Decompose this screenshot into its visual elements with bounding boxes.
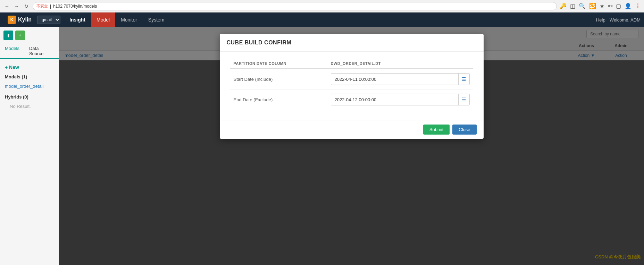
modal-body: PARTITION DATE COLUMN DWD_ORDER_DETAIL.D… bbox=[220, 52, 484, 120]
star-icon[interactable]: ★ bbox=[600, 3, 604, 9]
zoom-icon[interactable]: 🔍 bbox=[579, 3, 586, 9]
logo-icon: K bbox=[8, 16, 16, 24]
sidebar: ▮ + Models Data Source + New Models (1) … bbox=[0, 27, 59, 265]
form-table: PARTITION DATE COLUMN DWD_ORDER_DETAIL.D… bbox=[230, 59, 473, 110]
back-button[interactable]: ← bbox=[3, 3, 10, 10]
tab-datasource[interactable]: Data Source bbox=[24, 44, 59, 58]
kylin-logo: K Kylin bbox=[3, 16, 36, 24]
translate-icon[interactable]: ◫ bbox=[570, 3, 575, 9]
menu-dots-icon[interactable]: ⋮ bbox=[635, 3, 641, 9]
security-warning: 不安全 bbox=[36, 3, 48, 9]
nav-menu: Insight Model Monitor System bbox=[64, 12, 170, 27]
sidebar-tabs: Models Data Source bbox=[0, 44, 59, 59]
browser-bar: ← → ↻ 不安全 | h102:7070/kylin/models 🔑 ◫ 🔍… bbox=[0, 0, 644, 12]
add-icon-btn[interactable]: + bbox=[15, 31, 25, 40]
partition-col-value-header: DWD_ORDER_DETAIL.DT bbox=[327, 59, 473, 69]
end-date-label: End Date (Exclude) bbox=[230, 89, 327, 110]
start-date-input[interactable] bbox=[331, 75, 458, 84]
key-icon[interactable]: 🔑 bbox=[560, 3, 567, 9]
end-date-cell: ☰ bbox=[327, 89, 473, 110]
nav-model[interactable]: Model bbox=[91, 12, 115, 27]
modal-overlay: CUBE BUILD CONFIRM PARTITION DATE COLUMN… bbox=[59, 27, 644, 265]
new-button[interactable]: + New bbox=[0, 62, 59, 72]
welcome-text: Welcome, ADM bbox=[610, 17, 641, 23]
start-date-row: Start Date (Include) ☰ bbox=[230, 69, 473, 89]
nav-monitor[interactable]: Monitor bbox=[115, 12, 143, 27]
tab-models[interactable]: Models bbox=[0, 44, 24, 59]
modal-dialog: CUBE BUILD CONFIRM PARTITION DATE COLUMN… bbox=[220, 34, 484, 139]
address-bar[interactable]: 不安全 | h102:7070/kylin/models bbox=[33, 2, 557, 10]
address-separator: | bbox=[50, 4, 51, 9]
share-icon[interactable]: 🔁 bbox=[589, 3, 596, 9]
browser-icons: 🔑 ◫ 🔍 🔁 ★ ⚯ ▢ 👤 ⋮ bbox=[560, 3, 641, 9]
logo-text: Kylin bbox=[18, 17, 32, 23]
nav-insight[interactable]: Insight bbox=[64, 12, 91, 27]
start-date-label: Start Date (Include) bbox=[230, 69, 327, 89]
profile-icon[interactable]: 👤 bbox=[625, 3, 632, 9]
end-date-input-wrap: ☰ bbox=[331, 94, 470, 105]
start-date-cell: ☰ bbox=[327, 69, 473, 89]
partition-col-header: PARTITION DATE COLUMN bbox=[230, 59, 327, 69]
sidebar-icon-row: ▮ + bbox=[0, 31, 59, 44]
app-navbar: K Kylin gmail gmail Insight Model Monito… bbox=[0, 12, 644, 27]
end-date-row: End Date (Exclude) ☰ bbox=[230, 89, 473, 110]
forward-button[interactable]: → bbox=[13, 3, 20, 10]
main-area: ▮ + Models Data Source + New Models (1) … bbox=[0, 27, 644, 265]
modal-header: CUBE BUILD CONFIRM bbox=[220, 34, 484, 52]
hybrids-section: Hybrids (0) No Result. bbox=[0, 91, 59, 114]
start-date-calendar-btn[interactable]: ☰ bbox=[458, 74, 469, 85]
model-item[interactable]: model_order_detail bbox=[0, 82, 59, 91]
right-content: Actions Admin model_order_detail Action … bbox=[59, 27, 644, 265]
modal-footer: Submit Close bbox=[220, 120, 484, 139]
no-result-text: No Result. bbox=[5, 102, 54, 111]
window-icon[interactable]: ▢ bbox=[616, 3, 621, 9]
end-date-calendar-btn[interactable]: ☰ bbox=[458, 94, 469, 105]
help-link[interactable]: Help bbox=[596, 17, 605, 23]
cube-icon-btn[interactable]: ▮ bbox=[3, 31, 13, 40]
submit-button[interactable]: Submit bbox=[423, 125, 450, 135]
close-button[interactable]: Close bbox=[452, 125, 476, 135]
reload-button[interactable]: ↻ bbox=[23, 3, 30, 10]
project-select[interactable]: gmail gmail bbox=[37, 16, 60, 24]
nav-system[interactable]: System bbox=[143, 12, 170, 27]
extension-icon[interactable]: ⚯ bbox=[608, 3, 612, 9]
models-section-title: Models (1) bbox=[0, 72, 59, 82]
hybrids-title: Hybrids (0) bbox=[5, 94, 54, 100]
nav-right: Help Welcome, ADM bbox=[596, 17, 641, 23]
start-date-input-wrap: ☰ bbox=[331, 73, 470, 85]
address-text: h102:7070/kylin/models bbox=[53, 4, 97, 9]
end-date-input[interactable] bbox=[331, 95, 458, 104]
modal-title: CUBE BUILD CONFIRM bbox=[227, 40, 477, 46]
